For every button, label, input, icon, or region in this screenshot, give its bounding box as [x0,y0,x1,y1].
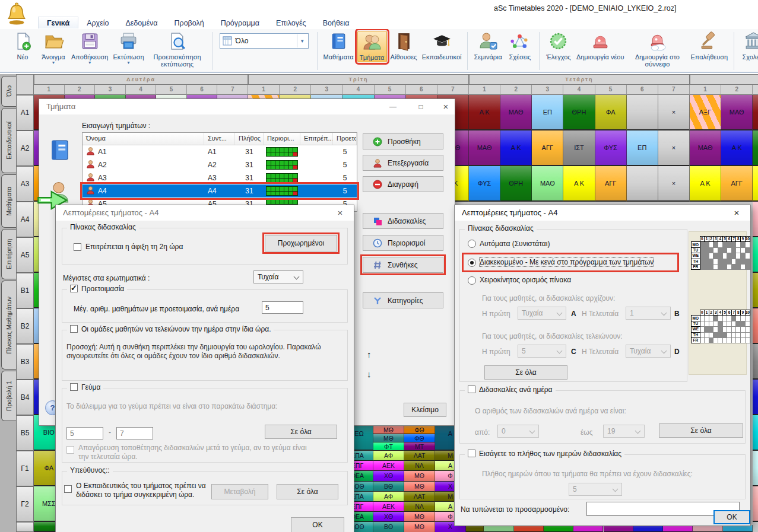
timetable-cell[interactable]: ΜΑΘ [469,130,500,166]
timetable-cell[interactable]: ΑΓΓ [721,166,753,202]
sidebar-tab-1[interactable]: Εκπαιδευτικοί [1,108,16,173]
per-day-checkbox[interactable] [468,386,475,393]
timetable-cell[interactable]: ΒΘ [373,522,404,532]
timetable-cell[interactable] [753,273,758,308]
timetable-cell[interactable]: ΕΠ [532,95,563,130]
per-day-apply-all-button[interactable]: Σε όλα [659,423,743,438]
close-button[interactable]: Κλείσιμο [404,403,446,417]
column-header-0[interactable]: Όνομα [83,133,204,145]
minimize-icon[interactable]: — [380,100,405,114]
column-header-4[interactable]: Επιτρέπ... [300,133,333,145]
timetable-cell[interactable]: × [658,130,690,166]
timetable-cell[interactable] [753,166,758,202]
move-down-arrow[interactable]: ↓ [367,369,372,379]
row-label-B5[interactable]: B5 [16,415,34,451]
days-count-checkbox-legend[interactable]: Εισάγετε το πλήθος των ημερών διδασκαλία… [465,450,624,458]
class-row-A2[interactable]: A2A2315 [83,158,357,171]
row-label-B3[interactable]: B3 [16,344,34,380]
timetable-cell[interactable]: ΑΦ [373,451,404,461]
categories-button[interactable]: Κατηγορίες [363,292,443,308]
timetable-cell[interactable]: ΜΘ [373,426,404,434]
timetable-cell[interactable]: ΦΘ [404,434,435,442]
timetable-cell[interactable]: ΦΤ [373,442,404,451]
sidebar-tab-0[interactable]: Όλο [1,76,16,107]
sidebar-tab-5[interactable]: Προβολή 1 [1,371,16,421]
interrupted-radio-label[interactable]: Διακεκομμένο - Με κενά στο πρόγραμμα των… [480,258,654,266]
ok-button[interactable]: OK [713,510,750,524]
days-count-checkbox[interactable] [468,450,475,457]
timetable-cell[interactable]: Α Κ [690,166,721,202]
timetable-cell[interactable]: ΦΥΣ [595,130,627,166]
timetable-cell[interactable]: ΦΑ [595,95,627,130]
timetable-cell[interactable]: ΛΑΤ [404,451,435,461]
timetable-cell[interactable]: ΒΘ [373,482,404,492]
timetable-cell[interactable]: × [658,166,690,202]
row-label-B1[interactable]: B1 [16,273,34,308]
timetable-cell[interactable]: ΜΑΘ [721,95,753,130]
advanced-button[interactable]: Προχωρημένοι [265,235,337,251]
column-header-3[interactable]: Περιορι... [264,133,300,145]
timetable-cell[interactable] [627,95,658,130]
maximize-icon[interactable]: □ [408,100,433,114]
timetable-cell[interactable]: Α Κ [563,166,595,202]
row-label-A2[interactable]: A2 [16,130,34,166]
per-day-checkbox-legend[interactable]: Διδασκαλίες ανά ημέρα [465,386,556,394]
row-label-Γ1[interactable]: Γ1 [16,451,34,486]
asc-bell-icon[interactable] [6,2,27,27]
timetable-cell[interactable]: Α Κ [469,95,500,130]
lunch-checkbox-legend[interactable]: Γεύμα [67,383,103,391]
timetable-cell[interactable]: ΑΓΓ [595,166,627,202]
timetable-cell[interactable]: ΑΕΚ [373,502,404,512]
timetable-cell[interactable] [753,202,758,237]
groups-end-checkbox[interactable] [70,325,78,333]
column-header-5[interactable]: Προετο... [333,133,357,145]
timetable-cell[interactable]: ΙΣΤ [563,130,595,166]
timetable-cell[interactable]: ΜΘ [404,471,435,481]
table-apply-all-button[interactable]: Σε όλα [484,365,567,380]
timetable-cell[interactable] [753,308,758,344]
timetable-cell[interactable]: ΑΕΚ [373,461,404,471]
timetable-cell[interactable]: ΘΡΗ [563,95,595,130]
timetable-cell[interactable] [753,237,758,273]
timetable-cell[interactable]: Α Κ [721,130,753,166]
timetable-cell[interactable]: ΜΑΘ [690,130,721,166]
timetable-cell[interactable]: ΕΠ [627,130,658,166]
timetable-cell[interactable]: ΝΛ [404,461,435,471]
row-label-A4[interactable]: A4 [16,202,34,237]
timetable-cell[interactable]: ΜΘ [404,482,435,492]
teacher-specific-hour-checkbox[interactable] [64,485,72,493]
class-row-A1[interactable]: A1A1315 [83,145,357,158]
row-label-A5[interactable]: A5 [16,237,34,273]
interrupted-radio[interactable] [468,259,476,267]
sidebar-tab-3[interactable]: Επιτήρηση [1,229,16,279]
class-row-A3[interactable]: A3A3315 [83,171,357,184]
arrival-2nd-hour-checkbox[interactable] [74,243,81,251]
row-label-B4[interactable]: B4 [16,380,34,415]
timetable-cell[interactable] [753,415,758,451]
sidebar-tab-2[interactable]: Μαθήματα [1,174,16,228]
lessons-button[interactable]: Διδασκαλίες [363,213,443,229]
timetable-cell[interactable]: ΜΑΘ [532,166,563,202]
timetable-cell[interactable]: ΧΘ [373,471,404,481]
auto-radio-label[interactable]: Αυτόματα (Συνιστάται) [480,240,550,248]
row-label-Γ2[interactable]: Γ2 [16,486,34,522]
timetable-cell[interactable]: ΜΤ [404,442,435,451]
timetable-cell[interactable]: ΑΞΓ [690,95,721,130]
row-label-A1[interactable]: A1 [16,95,34,130]
lunch-apply-all-button[interactable]: Σε όλα [265,425,337,439]
timetable-cell[interactable]: ΦΥΣ [469,166,500,202]
sidebar-tab-4[interactable]: Πίνακας Μαθημάτων [1,281,16,369]
ok-button[interactable]: OK [291,517,344,532]
timetable-cell[interactable]: ΜΘ [404,522,435,532]
conditions-button[interactable]: Συνθήκες [363,257,443,273]
timetable-cell[interactable]: ΦΘ [404,426,435,434]
timetable-cell[interactable]: ΑΦ [373,492,404,502]
manual-radio-label[interactable]: Χειροκίνητος ορισμός πίνακα [480,276,571,284]
responsible-apply-all-button[interactable]: Σε όλα [277,484,338,499]
timetable-cell[interactable]: ΘΡΗ [500,166,532,202]
timetable-cell[interactable] [753,486,758,522]
close-icon[interactable]: × [433,100,458,114]
timetable-cell[interactable] [753,344,758,380]
preparation-checkbox-legend[interactable]: Προετοιμασία [67,285,127,293]
timetable-cell[interactable] [627,166,658,202]
